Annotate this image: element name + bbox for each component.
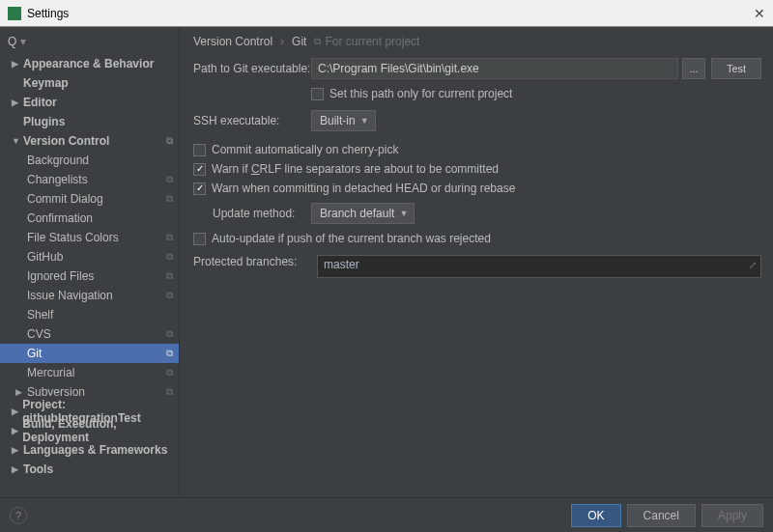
footer: ? OK Cancel Apply	[0, 497, 773, 532]
update-label: Update method:	[213, 207, 311, 220]
project-flag-icon: ⧉	[166, 174, 173, 185]
tree-label: Appearance & Behavior	[23, 57, 154, 70]
breadcrumb-b: Git	[292, 35, 306, 48]
cancel-button[interactable]: Cancel	[627, 504, 696, 527]
chevron-right-icon: ▶	[12, 98, 21, 107]
tree-label: Shelf	[27, 308, 53, 322]
tree-keymap[interactable]: Keymap	[0, 73, 179, 93]
tree-label: GitHub	[27, 250, 63, 264]
tree-label: Mercurial	[27, 366, 74, 379]
search-input[interactable]	[30, 35, 175, 48]
help-icon[interactable]: ?	[10, 507, 27, 524]
tree-cvs[interactable]: CVS⧉	[0, 324, 179, 344]
chevron-right-icon: ▶	[12, 406, 20, 416]
tree-tools[interactable]: ▶Tools	[0, 460, 179, 479]
ssh-select[interactable]: Built-in▼	[311, 110, 376, 131]
warn-crlf-label: Warn if CRLF line separators are about t…	[212, 162, 499, 176]
warn-crlf-checkbox[interactable]	[193, 163, 206, 176]
tree-editor[interactable]: ▶Editor	[0, 93, 179, 112]
breadcrumb-hint: For current project	[325, 35, 419, 48]
app-icon	[8, 7, 21, 20]
auto-update-label: Auto-update if push of the current branc…	[212, 232, 491, 245]
protected-branches-input[interactable]: master ⤢	[317, 255, 761, 278]
set-path-checkbox[interactable]	[311, 88, 324, 100]
tree-issue-navigation[interactable]: Issue Navigation⧉	[0, 286, 179, 305]
tree-label: Ignored Files	[27, 269, 94, 283]
project-flag-icon: ⧉	[166, 193, 173, 205]
project-flag-icon: ⧉	[166, 328, 173, 340]
chevron-right-icon: ▶	[12, 464, 21, 474]
apply-button[interactable]: Apply	[701, 504, 763, 527]
tree-confirmation[interactable]: Confirmation	[0, 209, 179, 228]
tree-ignored-files[interactable]: Ignored Files⧉	[0, 266, 179, 286]
auto-commit-checkbox[interactable]	[193, 144, 206, 156]
tree-background[interactable]: Background	[0, 151, 179, 170]
tree-label: CVS	[27, 327, 51, 341]
chevron-right-icon: ▶	[12, 426, 20, 435]
tree-plugins[interactable]: Plugins	[0, 112, 179, 131]
tree-commit-dialog[interactable]: Commit Dialog⧉	[0, 189, 179, 209]
tree-label: Plugins	[23, 115, 65, 128]
tree-shelf[interactable]: Shelf	[0, 305, 179, 324]
ssh-value: Built-in	[320, 114, 356, 127]
tree-label: Changelists	[27, 173, 88, 186]
tree-label: Languages & Frameworks	[23, 443, 167, 457]
breadcrumb-sep-icon: ›	[280, 35, 284, 48]
tree-git[interactable]: Git⧉	[0, 344, 179, 363]
project-flag-icon: ⧉	[166, 251, 173, 263]
tree-label: Subversion	[27, 385, 85, 399]
project-flag-icon: ⧉	[166, 367, 173, 378]
tree-version-control[interactable]: ▼Version Control⧉	[0, 131, 179, 151]
search-dropdown-icon[interactable]: ▾	[20, 35, 26, 48]
update-method-select[interactable]: Branch default▼	[311, 203, 415, 224]
browse-button[interactable]: ...	[682, 58, 705, 79]
tree-label: Issue Navigation	[27, 289, 113, 302]
test-button[interactable]: Test	[711, 58, 761, 79]
project-flag-icon: ⧉	[314, 36, 321, 47]
tree-appearance[interactable]: ▶Appearance & Behavior	[0, 54, 179, 73]
ok-button[interactable]: OK	[571, 504, 620, 527]
tree-mercurial[interactable]: Mercurial⧉	[0, 363, 179, 382]
settings-tree: ▶Appearance & Behavior Keymap ▶Editor Pl…	[0, 54, 179, 479]
warn-detached-label: Warn when committing in detached HEAD or…	[212, 182, 515, 195]
warn-detached-checkbox[interactable]	[193, 182, 206, 195]
path-label: Path to Git executable:	[193, 62, 311, 75]
chevron-right-icon: ▶	[12, 59, 21, 69]
protected-value: master	[324, 258, 359, 271]
tree-build[interactable]: ▶Build, Execution, Deployment	[0, 421, 179, 440]
project-flag-icon: ⧉	[166, 348, 173, 359]
tree-label: Tools	[23, 462, 53, 476]
protected-label: Protected branches:	[193, 255, 311, 268]
breadcrumb-a: Version Control	[193, 35, 272, 48]
sidebar: Q▾ ▶Appearance & Behavior Keymap ▶Editor…	[0, 27, 180, 497]
ssh-label: SSH executable:	[193, 114, 311, 127]
tree-label: Keymap	[23, 76, 69, 90]
tree-label: File Status Colors	[27, 231, 119, 244]
auto-update-checkbox[interactable]	[193, 233, 206, 245]
window-title: Settings	[27, 7, 69, 20]
tree-file-status-colors[interactable]: File Status Colors⧉	[0, 228, 179, 247]
tree-label: Version Control	[23, 134, 109, 148]
project-flag-icon: ⧉	[166, 290, 173, 301]
expand-icon[interactable]: ⤢	[749, 260, 757, 270]
main-panel: Version Control › Git ⧉For current proje…	[180, 27, 773, 497]
update-method-value: Branch default	[320, 207, 394, 220]
close-icon[interactable]: ✕	[754, 6, 765, 21]
tree-label: Commit Dialog	[27, 192, 103, 206]
search-input-placeholder: Q	[8, 35, 16, 48]
chevron-down-icon: ▼	[399, 209, 408, 218]
tree-label: Git	[27, 347, 42, 360]
chevron-down-icon: ▼	[360, 116, 369, 126]
chevron-down-icon: ▼	[12, 136, 21, 146]
tree-github[interactable]: GitHub⧉	[0, 247, 179, 266]
tree-label: Editor	[23, 96, 57, 109]
git-path-input[interactable]	[311, 58, 678, 79]
set-path-label: Set this path only for current project	[329, 87, 512, 100]
chevron-right-icon: ▶	[12, 445, 21, 455]
breadcrumb: Version Control › Git ⧉For current proje…	[193, 35, 761, 48]
tree-langs[interactable]: ▶Languages & Frameworks	[0, 440, 179, 460]
project-flag-icon: ⧉	[166, 270, 173, 282]
tree-changelists[interactable]: Changelists⧉	[0, 170, 179, 189]
project-flag-icon: ⧉	[166, 386, 173, 398]
title-bar: Settings ✕	[0, 0, 773, 27]
